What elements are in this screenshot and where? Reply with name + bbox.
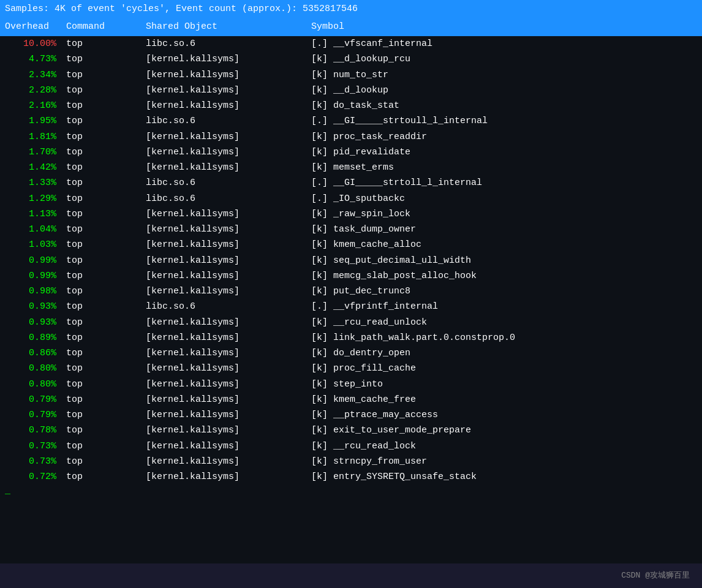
table-row: 0.93%top[kernel.kallsyms][k] __rcu_read_… — [0, 315, 702, 330]
row-overhead: 0.73% — [5, 454, 66, 469]
row-symbol: [k] link_path_walk.part.0.constprop.0 — [311, 331, 697, 345]
row-overhead: 0.99% — [5, 254, 66, 268]
row-overhead: 1.13% — [5, 207, 66, 221]
row-shared: [kernel.kallsyms] — [146, 454, 311, 469]
row-shared: [kernel.kallsyms] — [146, 393, 311, 407]
row-overhead: 0.80% — [5, 377, 66, 391]
row-shared: libc.so.6 — [146, 114, 311, 128]
row-overhead: 0.86% — [5, 346, 66, 360]
row-command: top — [66, 423, 146, 437]
table-row: 0.99%top[kernel.kallsyms][k] memcg_slab_… — [0, 268, 702, 284]
row-command: top — [66, 393, 146, 407]
row-shared: [kernel.kallsyms] — [146, 377, 311, 391]
row-shared: [kernel.kallsyms] — [146, 222, 311, 236]
row-symbol: [k] _raw_spin_lock — [311, 207, 697, 221]
row-symbol: [k] step_into — [311, 377, 697, 391]
row-command: top — [66, 300, 146, 314]
row-overhead: 0.80% — [5, 361, 66, 375]
row-shared: [kernel.kallsyms] — [146, 52, 311, 66]
table-row: 4.73%top[kernel.kallsyms][k] __d_lookup_… — [0, 51, 702, 67]
row-shared: [kernel.kallsyms] — [146, 130, 311, 144]
row-symbol: [.] __GI_____strtoll_l_internal — [311, 176, 697, 190]
row-shared: libc.so.6 — [146, 192, 311, 206]
row-shared: [kernel.kallsyms] — [146, 346, 311, 360]
row-overhead: 1.33% — [5, 176, 66, 190]
row-overhead: 4.73% — [5, 52, 66, 66]
row-symbol: [k] __d_lookup — [311, 83, 697, 97]
table-row: 0.98%top[kernel.kallsyms][k] put_dec_tru… — [0, 284, 702, 299]
header-command: Command — [66, 20, 146, 34]
table-row: 1.70%top[kernel.kallsyms][k] pid_revalid… — [0, 145, 702, 160]
row-overhead: 1.29% — [5, 192, 66, 206]
row-overhead: 0.98% — [5, 284, 66, 298]
row-command: top — [66, 377, 146, 391]
column-headers: Overhead Command Shared Object Symbol — [0, 19, 702, 37]
row-shared: [kernel.kallsyms] — [146, 361, 311, 375]
row-overhead: 2.34% — [5, 68, 66, 82]
row-symbol: [k] do_dentry_open — [311, 346, 697, 360]
table-row: 1.33%toplibc.so.6[.] __GI_____strtoll_l_… — [0, 175, 702, 190]
row-symbol: [k] memcg_slab_post_alloc_hook — [311, 269, 697, 283]
row-command: top — [66, 254, 146, 268]
table-row: 0.80%top[kernel.kallsyms][k] step_into — [0, 377, 702, 392]
title-line: Samples: 4K of event 'cycles', Event cou… — [0, 0, 702, 19]
row-shared: [kernel.kallsyms] — [146, 284, 311, 298]
row-shared: [kernel.kallsyms] — [146, 269, 311, 283]
table-row: 0.78%top[kernel.kallsyms][k] exit_to_use… — [0, 423, 702, 438]
table-row: 1.13%top[kernel.kallsyms][k] _raw_spin_l… — [0, 206, 702, 222]
row-command: top — [66, 207, 146, 221]
row-overhead: 2.16% — [5, 99, 66, 113]
row-command: top — [66, 439, 146, 453]
row-overhead: 0.73% — [5, 439, 66, 453]
header-overhead: Overhead — [5, 20, 66, 34]
row-symbol: [k] __rcu_read_unlock — [311, 315, 697, 330]
row-shared: [kernel.kallsyms] — [146, 68, 311, 82]
table-row: 1.81%top[kernel.kallsyms][k] proc_task_r… — [0, 129, 702, 145]
row-symbol: [k] seq_put_decimal_ull_width — [311, 254, 697, 268]
table-row: 0.89%top[kernel.kallsyms][k] link_path_w… — [0, 330, 702, 345]
row-symbol: [k] proc_fill_cache — [311, 361, 697, 375]
row-symbol: [.] _IO_sputbackc — [311, 192, 697, 206]
row-command: top — [66, 160, 146, 175]
table-row: 0.73%top[kernel.kallsyms][k] __rcu_read_… — [0, 439, 702, 454]
row-overhead: 0.78% — [5, 423, 66, 437]
row-symbol: [k] entry_SYSRETQ_unsafe_stack — [311, 470, 697, 484]
row-shared: [kernel.kallsyms] — [146, 423, 311, 437]
row-symbol: [k] __d_lookup_rcu — [311, 52, 697, 66]
row-command: top — [66, 315, 146, 330]
row-command: top — [66, 83, 146, 97]
header-shared: Shared Object — [146, 20, 311, 34]
table-row: 1.42%top[kernel.kallsyms][k] memset_erms — [0, 160, 702, 175]
watermark: CSDN @攻城狮百里 — [621, 570, 690, 581]
row-command: top — [66, 99, 146, 113]
table-row: 1.03%top[kernel.kallsyms][k] kmem_cache_… — [0, 237, 702, 252]
table-row: 0.79%top[kernel.kallsyms][k] kmem_cache_… — [0, 392, 702, 407]
row-symbol: [k] strncpy_from_user — [311, 454, 697, 469]
row-symbol: [k] __rcu_read_lock — [311, 439, 697, 453]
row-shared: [kernel.kallsyms] — [146, 408, 311, 422]
row-shared: [kernel.kallsyms] — [146, 315, 311, 330]
terminal: Samples: 4K of event 'cycles', Event cou… — [0, 0, 702, 564]
row-overhead: 1.81% — [5, 130, 66, 144]
table-row: 0.80%top[kernel.kallsyms][k] proc_fill_c… — [0, 361, 702, 376]
row-command: top — [66, 408, 146, 422]
table-row: 10.00%toplibc.so.6[.] __vfscanf_internal — [0, 36, 702, 51]
row-overhead: 0.99% — [5, 269, 66, 283]
row-shared: [kernel.kallsyms] — [146, 145, 311, 159]
row-shared: libc.so.6 — [146, 37, 311, 51]
table-row: 1.04%top[kernel.kallsyms][k] task_dump_o… — [0, 222, 702, 237]
table-row: 0.93%toplibc.so.6[.] __vfprintf_internal — [0, 299, 702, 314]
row-symbol: [k] do_task_stat — [311, 99, 697, 113]
row-shared: [kernel.kallsyms] — [146, 439, 311, 453]
row-symbol: [k] put_dec_trunc8 — [311, 284, 697, 298]
row-symbol: [k] kmem_cache_free — [311, 393, 697, 407]
cursor: _ — [0, 484, 702, 497]
row-shared: [kernel.kallsyms] — [146, 331, 311, 345]
row-overhead: 0.89% — [5, 331, 66, 345]
table-row: 0.79%top[kernel.kallsyms][k] __ptrace_ma… — [0, 407, 702, 423]
row-overhead: 10.00% — [5, 37, 66, 51]
header-symbol: Symbol — [311, 20, 697, 34]
row-symbol: [.] __vfprintf_internal — [311, 300, 697, 314]
row-command: top — [66, 331, 146, 345]
row-symbol: [.] __GI_____strtoull_l_internal — [311, 114, 697, 128]
